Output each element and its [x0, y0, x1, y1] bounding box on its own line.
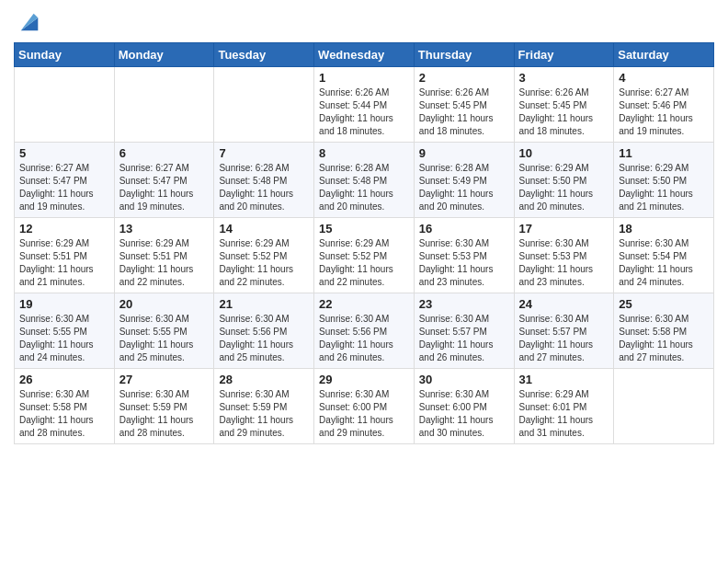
- day-info: Sunrise: 6:26 AMSunset: 5:45 PMDaylight:…: [519, 86, 609, 138]
- day-info: Sunrise: 6:27 AMSunset: 5:47 PMDaylight:…: [119, 162, 210, 213]
- page: SundayMondayTuesdayWednesdayThursdayFrid…: [0, 0, 728, 563]
- week-row-2: 5Sunrise: 6:27 AMSunset: 5:47 PMDaylight…: [15, 143, 714, 218]
- day-info: Sunrise: 6:30 AMSunset: 6:00 PMDaylight:…: [319, 388, 409, 440]
- calendar-cell: 13Sunrise: 6:29 AMSunset: 5:51 PMDayligh…: [114, 218, 214, 293]
- calendar-cell: 24Sunrise: 6:30 AMSunset: 5:57 PMDayligh…: [514, 293, 614, 369]
- day-info: Sunrise: 6:29 AMSunset: 5:52 PMDaylight:…: [219, 237, 309, 289]
- day-info: Sunrise: 6:30 AMSunset: 5:53 PMDaylight:…: [519, 237, 609, 289]
- calendar-cell: 5Sunrise: 6:27 AMSunset: 5:47 PMDaylight…: [15, 143, 115, 218]
- day-number: 20: [119, 297, 210, 311]
- day-info: Sunrise: 6:30 AMSunset: 5:59 PMDaylight:…: [119, 388, 210, 440]
- calendar-cell: 26Sunrise: 6:30 AMSunset: 5:58 PMDayligh…: [15, 369, 115, 444]
- day-info: Sunrise: 6:29 AMSunset: 5:50 PMDaylight:…: [519, 162, 609, 213]
- day-info: Sunrise: 6:26 AMSunset: 5:44 PMDaylight:…: [319, 86, 409, 138]
- day-number: 16: [419, 222, 509, 236]
- week-row-3: 12Sunrise: 6:29 AMSunset: 5:51 PMDayligh…: [15, 218, 714, 293]
- calendar-cell: 7Sunrise: 6:28 AMSunset: 5:48 PMDaylight…: [214, 143, 314, 218]
- day-info: Sunrise: 6:29 AMSunset: 5:50 PMDaylight:…: [619, 162, 709, 213]
- day-number: 8: [319, 146, 409, 160]
- calendar-cell: 8Sunrise: 6:28 AMSunset: 5:48 PMDaylight…: [314, 143, 415, 218]
- calendar-cell: 25Sunrise: 6:30 AMSunset: 5:58 PMDayligh…: [614, 293, 714, 369]
- weekday-saturday: Saturday: [614, 43, 714, 67]
- day-info: Sunrise: 6:30 AMSunset: 5:59 PMDaylight:…: [219, 388, 309, 440]
- day-number: 3: [519, 71, 609, 85]
- header: [14, 9, 714, 35]
- day-number: 19: [19, 297, 109, 311]
- calendar-cell: 17Sunrise: 6:30 AMSunset: 5:53 PMDayligh…: [514, 218, 614, 293]
- weekday-sunday: Sunday: [15, 43, 115, 67]
- calendar-cell: 28Sunrise: 6:30 AMSunset: 5:59 PMDayligh…: [214, 369, 314, 444]
- day-info: Sunrise: 6:28 AMSunset: 5:48 PMDaylight:…: [319, 162, 409, 213]
- logo: [14, 9, 42, 35]
- calendar-cell: [15, 67, 115, 143]
- day-info: Sunrise: 6:30 AMSunset: 5:53 PMDaylight:…: [419, 237, 509, 289]
- day-number: 4: [619, 71, 709, 85]
- calendar-cell: 3Sunrise: 6:26 AMSunset: 5:45 PMDaylight…: [514, 67, 614, 143]
- calendar-cell: [214, 67, 314, 143]
- day-number: 17: [519, 222, 609, 236]
- calendar-cell: 22Sunrise: 6:30 AMSunset: 5:56 PMDayligh…: [314, 293, 415, 369]
- day-info: Sunrise: 6:30 AMSunset: 5:58 PMDaylight:…: [619, 313, 709, 364]
- day-number: 2: [419, 71, 509, 85]
- day-number: 28: [219, 373, 309, 386]
- day-info: Sunrise: 6:30 AMSunset: 5:56 PMDaylight:…: [319, 313, 409, 364]
- weekday-tuesday: Tuesday: [214, 43, 314, 67]
- day-info: Sunrise: 6:29 AMSunset: 6:01 PMDaylight:…: [519, 388, 609, 440]
- day-number: 12: [19, 222, 109, 236]
- day-info: Sunrise: 6:28 AMSunset: 5:48 PMDaylight:…: [219, 162, 309, 213]
- day-info: Sunrise: 6:30 AMSunset: 5:55 PMDaylight:…: [119, 313, 210, 364]
- calendar-cell: 4Sunrise: 6:27 AMSunset: 5:46 PMDaylight…: [614, 67, 714, 143]
- day-number: 18: [619, 222, 709, 236]
- calendar-cell: 12Sunrise: 6:29 AMSunset: 5:51 PMDayligh…: [15, 218, 115, 293]
- day-info: Sunrise: 6:30 AMSunset: 5:58 PMDaylight:…: [19, 388, 109, 440]
- week-row-1: 1Sunrise: 6:26 AMSunset: 5:44 PMDaylight…: [15, 67, 714, 143]
- day-number: 14: [219, 222, 309, 236]
- day-info: Sunrise: 6:27 AMSunset: 5:46 PMDaylight:…: [619, 86, 709, 138]
- calendar-cell: 30Sunrise: 6:30 AMSunset: 6:00 PMDayligh…: [414, 369, 514, 444]
- calendar-cell: 9Sunrise: 6:28 AMSunset: 5:49 PMDaylight…: [414, 143, 514, 218]
- calendar-cell: 19Sunrise: 6:30 AMSunset: 5:55 PMDayligh…: [15, 293, 115, 369]
- day-number: 25: [619, 297, 709, 311]
- day-info: Sunrise: 6:30 AMSunset: 5:55 PMDaylight:…: [19, 313, 109, 364]
- calendar-cell: 10Sunrise: 6:29 AMSunset: 5:50 PMDayligh…: [514, 143, 614, 218]
- calendar-cell: 1Sunrise: 6:26 AMSunset: 5:44 PMDaylight…: [314, 67, 415, 143]
- day-number: 9: [419, 146, 509, 160]
- week-row-5: 26Sunrise: 6:30 AMSunset: 5:58 PMDayligh…: [15, 369, 714, 444]
- day-info: Sunrise: 6:27 AMSunset: 5:47 PMDaylight:…: [19, 162, 109, 213]
- day-info: Sunrise: 6:29 AMSunset: 5:51 PMDaylight:…: [119, 237, 210, 289]
- calendar-cell: 29Sunrise: 6:30 AMSunset: 6:00 PMDayligh…: [314, 369, 415, 444]
- calendar-cell: 11Sunrise: 6:29 AMSunset: 5:50 PMDayligh…: [614, 143, 714, 218]
- weekday-monday: Monday: [114, 43, 214, 67]
- day-info: Sunrise: 6:26 AMSunset: 5:45 PMDaylight:…: [419, 86, 509, 138]
- day-info: Sunrise: 6:30 AMSunset: 5:57 PMDaylight:…: [419, 313, 509, 364]
- day-number: 11: [619, 146, 709, 160]
- calendar-cell: 20Sunrise: 6:30 AMSunset: 5:55 PMDayligh…: [114, 293, 214, 369]
- calendar-cell: 18Sunrise: 6:30 AMSunset: 5:54 PMDayligh…: [614, 218, 714, 293]
- calendar-cell: 31Sunrise: 6:29 AMSunset: 6:01 PMDayligh…: [514, 369, 614, 444]
- calendar-cell: 27Sunrise: 6:30 AMSunset: 5:59 PMDayligh…: [114, 369, 214, 444]
- week-row-4: 19Sunrise: 6:30 AMSunset: 5:55 PMDayligh…: [15, 293, 714, 369]
- weekday-thursday: Thursday: [414, 43, 514, 67]
- day-number: 10: [519, 146, 609, 160]
- day-number: 5: [19, 146, 109, 160]
- day-number: 23: [419, 297, 509, 311]
- calendar-cell: 15Sunrise: 6:29 AMSunset: 5:52 PMDayligh…: [314, 218, 415, 293]
- weekday-header-row: SundayMondayTuesdayWednesdayThursdayFrid…: [15, 43, 714, 67]
- day-number: 26: [19, 373, 109, 386]
- calendar-cell: [114, 67, 214, 143]
- calendar-cell: 23Sunrise: 6:30 AMSunset: 5:57 PMDayligh…: [414, 293, 514, 369]
- day-number: 1: [319, 71, 409, 85]
- day-info: Sunrise: 6:30 AMSunset: 5:57 PMDaylight:…: [519, 313, 609, 364]
- day-number: 22: [319, 297, 409, 311]
- weekday-wednesday: Wednesday: [314, 43, 415, 67]
- day-info: Sunrise: 6:30 AMSunset: 6:00 PMDaylight:…: [419, 388, 509, 440]
- day-number: 24: [519, 297, 609, 311]
- calendar-cell: [614, 369, 714, 444]
- calendar-cell: 14Sunrise: 6:29 AMSunset: 5:52 PMDayligh…: [214, 218, 314, 293]
- day-number: 31: [519, 373, 609, 386]
- day-number: 27: [119, 373, 210, 386]
- day-info: Sunrise: 6:30 AMSunset: 5:54 PMDaylight:…: [619, 237, 709, 289]
- day-number: 29: [319, 373, 409, 386]
- weekday-friday: Friday: [514, 43, 614, 67]
- day-info: Sunrise: 6:29 AMSunset: 5:52 PMDaylight:…: [319, 237, 409, 289]
